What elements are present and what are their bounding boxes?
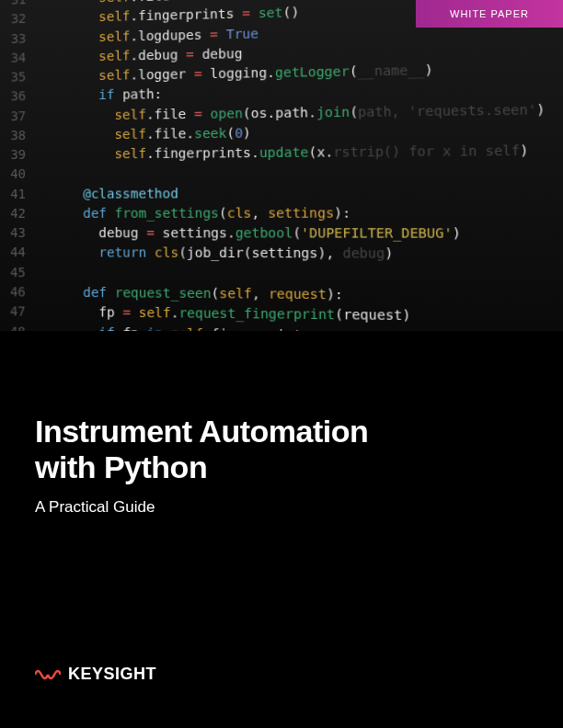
hero-code-image: 31 self.file = None32 self.fingerprints …: [0, 0, 563, 331]
brand-name: KEYSIGHT: [68, 665, 156, 684]
document-type-badge: WHITE PAPER: [416, 0, 563, 28]
brand-logo: KEYSIGHT: [35, 665, 156, 684]
document-subtitle: A Practical Guide: [35, 498, 368, 517]
document-title: Instrument Automationwith Python: [35, 414, 368, 485]
badge-label: WHITE PAPER: [450, 8, 529, 19]
keysight-wave-icon: [35, 665, 61, 684]
title-block: Instrument Automationwith Python A Pract…: [35, 414, 368, 517]
